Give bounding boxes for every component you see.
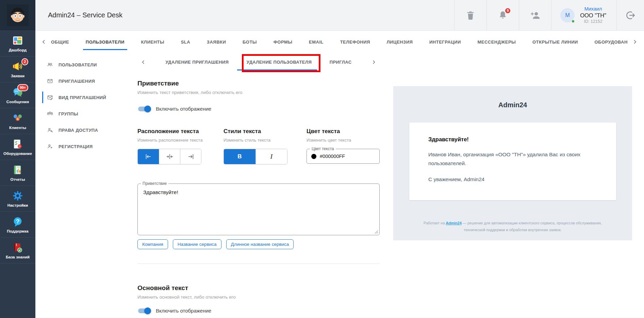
sidebar-item-reports[interactable]: Отчеты xyxy=(0,160,35,186)
avatar-image xyxy=(7,4,29,26)
chip-long-service-name[interactable]: Длинное название сервиса xyxy=(226,239,294,249)
align-right-button[interactable] xyxy=(180,149,201,164)
sidebar-item-label: Оборудование xyxy=(3,152,32,156)
subtab-user-deletion[interactable]: УДАЛЕНИЕ ПОЛЬЗОВАТЕЛЯ xyxy=(247,60,312,65)
subnav-item-users[interactable]: ПОЛЬЗОВАТЕЛИ xyxy=(35,57,137,73)
greeting-display-toggle[interactable]: Включить отображение xyxy=(137,106,380,112)
align-left-button[interactable] xyxy=(138,149,159,164)
bold-glyph: B xyxy=(237,153,242,160)
subnav-label: ГРУППЫ xyxy=(59,111,78,116)
trash-icon xyxy=(465,10,476,20)
greeting-section-subtitle: Изменить текст приветствия, либо отключи… xyxy=(137,90,380,95)
align-right-icon xyxy=(187,153,195,160)
person-plus-icon xyxy=(47,143,53,150)
tab-users[interactable]: ПОЛЬЗОВАТЕЛИ xyxy=(86,31,125,53)
body-text-display-toggle[interactable]: Включить отображение xyxy=(137,308,380,314)
add-user-button[interactable] xyxy=(519,0,551,30)
group-icon xyxy=(47,110,53,117)
tab-integrations[interactable]: ИНТЕГРАЦИИ xyxy=(429,31,461,53)
toggle-switch-on[interactable] xyxy=(138,308,150,313)
tab-license[interactable]: ЛИЦЕНЗИЯ xyxy=(386,31,413,53)
preview-brand: Admin24 xyxy=(393,101,632,109)
sidebar-item-equipment[interactable]: Оборудование xyxy=(0,134,35,160)
subtabs-scroll-left[interactable] xyxy=(139,60,148,65)
body-text-section-subtitle: Изменить основной текст, либо отключить … xyxy=(137,295,380,300)
mail-edit-icon xyxy=(47,94,53,101)
tab-forms[interactable]: ФОРМЫ xyxy=(274,31,293,53)
tab-equipment[interactable]: ОБОРУДОВАН xyxy=(594,31,627,53)
subnav-item-invitation-view[interactable]: ВИД ПРИГЛАШЕНИЙ xyxy=(35,89,137,106)
messages-badge: 99+ xyxy=(17,84,28,91)
subtabs-scroll-right[interactable] xyxy=(369,60,378,65)
align-center-button[interactable] xyxy=(159,149,180,164)
trash-button[interactable] xyxy=(454,0,486,30)
greeting-textarea-value: Здравствуйте! xyxy=(143,189,374,195)
tab-telephony[interactable]: ТЕЛЕФОНИЯ xyxy=(340,31,370,53)
checklist-document-icon xyxy=(12,138,23,150)
megaphone-icon: 2 xyxy=(12,61,23,72)
tab-general[interactable]: ОБЩИЕ xyxy=(51,31,69,53)
italic-button[interactable]: I xyxy=(255,149,287,164)
bold-button[interactable]: B xyxy=(224,149,255,164)
tab-tickets[interactable]: ЗАЯВКИ xyxy=(207,31,226,53)
sidebar-item-label: Отчеты xyxy=(11,177,25,181)
text-settings-columns: Расположение текста Изменить расположени… xyxy=(137,128,380,164)
styles-title: Стили текста xyxy=(224,128,307,135)
tabs-scroll-right[interactable] xyxy=(630,39,639,45)
subnav-item-access-rights[interactable]: ПРАВА ДОСТУПА xyxy=(35,122,137,138)
tab-clients[interactable]: КЛИЕНТЫ xyxy=(141,31,164,53)
tab-sla[interactable]: SLA xyxy=(181,31,191,53)
tab-open-lines[interactable]: ОТКРЫТЫЕ ЛИНИИ xyxy=(532,31,578,53)
page-title: Admin24 – Service Desk xyxy=(35,0,454,30)
sidebar-item-label: Дашборд xyxy=(9,48,27,52)
subnav-item-invitations[interactable]: ПРИГЛАШЕНИЯ xyxy=(35,73,137,89)
footer-text-suffix: — решение для автоматизации клиентского … xyxy=(462,221,602,232)
book-icon xyxy=(12,242,23,253)
user-avatar: M xyxy=(560,8,575,22)
report-chart-icon xyxy=(12,164,23,176)
top-header: Admin24 – Service Desk 9 xyxy=(35,0,644,31)
subnav-item-registration[interactable]: РЕГИСТРАЦИЯ xyxy=(35,138,137,155)
toggle-label: Включить отображение xyxy=(156,308,211,314)
tab-email[interactable]: EMAIL xyxy=(309,31,324,53)
logout-button[interactable] xyxy=(616,0,644,30)
tabs-scroll-left[interactable] xyxy=(39,39,48,45)
sidebar-item-label: Настройки xyxy=(7,203,28,207)
sidebar-item-label: Сообщения xyxy=(6,100,29,104)
people-icon xyxy=(47,61,53,68)
logout-icon xyxy=(625,10,636,21)
tab-messengers[interactable]: МЕССЕНДЖЕРЫ xyxy=(477,31,516,53)
user-menu[interactable]: M Михаил ООО "ТН" ID: 12152 xyxy=(551,0,616,30)
tab-bots[interactable]: БОТЫ xyxy=(243,31,257,53)
sidebar-item-settings[interactable]: Настройки xyxy=(0,186,35,212)
chevron-left-icon xyxy=(41,39,47,45)
sidebar-item-knowledge-base[interactable]: База знаний xyxy=(0,238,35,264)
footer-text-prefix: Работает на xyxy=(424,221,446,225)
text-color-field[interactable]: Цвет текста #000000FF xyxy=(307,149,380,164)
subnav-label: ПРИГЛАШЕНИЯ xyxy=(59,79,95,84)
subnav-item-groups[interactable]: ГРУППЫ xyxy=(35,106,137,122)
profile-avatar[interactable] xyxy=(0,0,35,31)
sidebar-item-clients[interactable]: Клиенты xyxy=(0,108,35,134)
sidebar-item-label: Заявки xyxy=(11,74,24,78)
notifications-button[interactable]: 9 xyxy=(486,0,519,30)
invitation-view-panel: УДАЛЕНИЕ ПРИГЛАШЕНИЯ УДАЛЕНИЕ ПОЛЬЗОВАТЕ… xyxy=(137,53,380,318)
greeting-textarea[interactable]: Приветствие Здравствуйте! xyxy=(137,184,380,235)
subnav-label: РЕГИСТРАЦИЯ xyxy=(59,144,93,149)
sidebar-item-dashboard[interactable]: Дашборд xyxy=(0,31,35,57)
subtab-label: УДАЛЕНИЕ ПОЛЬЗОВАТЕЛЯ xyxy=(247,60,312,65)
sidebar-item-tickets[interactable]: 2 Заявки xyxy=(0,57,35,82)
resize-handle[interactable] xyxy=(375,230,378,234)
chip-company[interactable]: Компания xyxy=(137,239,168,249)
admin24-link[interactable]: Admin24 xyxy=(446,221,461,225)
resize-grip-icon xyxy=(375,230,378,234)
sidebar-item-messages[interactable]: 99+ Сообщения xyxy=(0,82,35,108)
alignment-button-group xyxy=(137,149,201,164)
chevron-left-icon xyxy=(141,60,146,65)
toggle-switch-on[interactable] xyxy=(138,107,150,111)
subtab-invitation-deletion[interactable]: УДАЛЕНИЕ ПРИГЛАШЕНИЯ xyxy=(166,60,229,65)
subtab-invitations-truncated[interactable]: ПРИГЛАС xyxy=(330,60,352,65)
sidebar-item-support[interactable]: ? Поддержка xyxy=(0,212,35,238)
chip-service-name[interactable]: Название сервиса xyxy=(173,239,221,249)
sidebar-item-label: База знаний xyxy=(6,255,30,259)
